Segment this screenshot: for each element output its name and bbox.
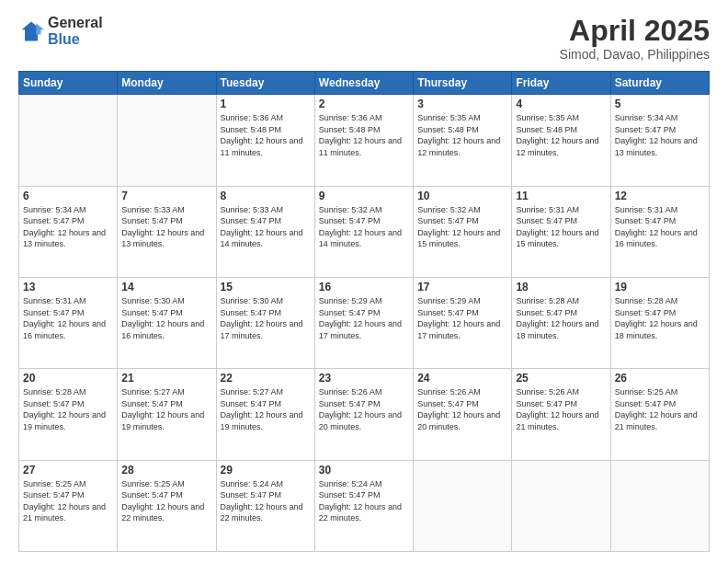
calendar-week-row: 20Sunrise: 5:28 AM Sunset: 5:47 PM Dayli… <box>19 369 710 460</box>
table-row: 10Sunrise: 5:32 AM Sunset: 5:47 PM Dayli… <box>414 186 512 277</box>
table-row: 12Sunrise: 5:31 AM Sunset: 5:47 PM Dayli… <box>610 186 709 277</box>
day-info: Sunrise: 5:25 AM Sunset: 5:47 PM Dayligh… <box>23 478 113 524</box>
table-row: 15Sunrise: 5:30 AM Sunset: 5:47 PM Dayli… <box>216 277 314 368</box>
day-number: 10 <box>417 190 507 202</box>
day-number: 1 <box>221 98 311 110</box>
table-row <box>414 460 512 551</box>
day-info: Sunrise: 5:31 AM Sunset: 5:47 PM Dayligh… <box>516 204 606 250</box>
col-saturday: Saturday <box>610 72 709 95</box>
col-tuesday: Tuesday <box>216 72 314 95</box>
day-number: 6 <box>23 190 113 202</box>
table-row: 24Sunrise: 5:26 AM Sunset: 5:47 PM Dayli… <box>414 369 512 460</box>
day-number: 28 <box>121 464 211 477</box>
day-number: 11 <box>516 190 606 202</box>
day-number: 7 <box>121 190 211 202</box>
table-row <box>118 95 216 186</box>
svg-marker-1 <box>36 23 44 34</box>
table-row: 30Sunrise: 5:24 AM Sunset: 5:47 PM Dayli… <box>314 460 413 551</box>
table-row: 20Sunrise: 5:28 AM Sunset: 5:47 PM Dayli… <box>19 369 118 460</box>
location: Simod, Davao, Philippines <box>560 47 710 62</box>
day-info: Sunrise: 5:33 AM Sunset: 5:47 PM Dayligh… <box>121 204 211 250</box>
table-row: 22Sunrise: 5:27 AM Sunset: 5:47 PM Dayli… <box>216 369 314 460</box>
col-friday: Friday <box>512 72 610 95</box>
day-number: 13 <box>23 281 113 293</box>
day-number: 14 <box>121 281 211 293</box>
day-info: Sunrise: 5:34 AM Sunset: 5:47 PM Dayligh… <box>615 112 705 158</box>
calendar-week-row: 27Sunrise: 5:25 AM Sunset: 5:47 PM Dayli… <box>19 460 710 551</box>
day-number: 24 <box>417 372 507 385</box>
day-number: 25 <box>516 372 606 385</box>
day-info: Sunrise: 5:29 AM Sunset: 5:47 PM Dayligh… <box>319 295 409 341</box>
logo-blue: Blue <box>48 31 103 48</box>
table-row: 17Sunrise: 5:29 AM Sunset: 5:47 PM Dayli… <box>414 277 512 368</box>
day-info: Sunrise: 5:35 AM Sunset: 5:48 PM Dayligh… <box>516 112 606 158</box>
table-row: 9Sunrise: 5:32 AM Sunset: 5:47 PM Daylig… <box>314 186 413 277</box>
day-number: 9 <box>319 190 409 202</box>
day-number: 20 <box>23 372 113 385</box>
day-number: 3 <box>417 98 507 110</box>
day-info: Sunrise: 5:25 AM Sunset: 5:47 PM Dayligh… <box>615 386 705 432</box>
day-info: Sunrise: 5:36 AM Sunset: 5:48 PM Dayligh… <box>319 112 409 158</box>
day-info: Sunrise: 5:28 AM Sunset: 5:47 PM Dayligh… <box>615 295 705 341</box>
day-number: 8 <box>221 190 311 202</box>
day-info: Sunrise: 5:28 AM Sunset: 5:47 PM Dayligh… <box>516 295 606 341</box>
table-row: 27Sunrise: 5:25 AM Sunset: 5:47 PM Dayli… <box>19 460 118 551</box>
day-info: Sunrise: 5:30 AM Sunset: 5:47 PM Dayligh… <box>221 295 311 341</box>
table-row <box>512 460 610 551</box>
day-info: Sunrise: 5:24 AM Sunset: 5:47 PM Dayligh… <box>319 478 409 524</box>
day-info: Sunrise: 5:35 AM Sunset: 5:48 PM Dayligh… <box>417 112 507 158</box>
day-number: 26 <box>615 372 705 385</box>
calendar-header-row: Sunday Monday Tuesday Wednesday Thursday… <box>19 72 710 95</box>
day-info: Sunrise: 5:27 AM Sunset: 5:47 PM Dayligh… <box>221 386 311 432</box>
logo-text: General Blue <box>48 15 103 47</box>
day-info: Sunrise: 5:32 AM Sunset: 5:47 PM Dayligh… <box>319 204 409 250</box>
day-number: 23 <box>319 372 409 385</box>
day-number: 5 <box>615 98 705 110</box>
col-wednesday: Wednesday <box>314 72 413 95</box>
calendar-week-row: 1Sunrise: 5:36 AM Sunset: 5:48 PM Daylig… <box>19 95 710 186</box>
calendar-table: Sunday Monday Tuesday Wednesday Thursday… <box>18 71 710 552</box>
day-info: Sunrise: 5:26 AM Sunset: 5:47 PM Dayligh… <box>417 386 507 432</box>
day-number: 19 <box>615 281 705 293</box>
calendar-week-row: 13Sunrise: 5:31 AM Sunset: 5:47 PM Dayli… <box>19 277 710 368</box>
day-info: Sunrise: 5:31 AM Sunset: 5:47 PM Dayligh… <box>615 204 705 250</box>
day-number: 12 <box>615 190 705 202</box>
col-thursday: Thursday <box>414 72 512 95</box>
table-row: 6Sunrise: 5:34 AM Sunset: 5:47 PM Daylig… <box>19 186 118 277</box>
logo: General Blue <box>18 15 103 47</box>
col-sunday: Sunday <box>19 72 118 95</box>
day-info: Sunrise: 5:27 AM Sunset: 5:47 PM Dayligh… <box>121 386 211 432</box>
title-block: April 2025 Simod, Davao, Philippines <box>560 15 710 62</box>
table-row: 1Sunrise: 5:36 AM Sunset: 5:48 PM Daylig… <box>216 95 314 186</box>
table-row: 28Sunrise: 5:25 AM Sunset: 5:47 PM Dayli… <box>118 460 216 551</box>
day-number: 17 <box>417 281 507 293</box>
day-info: Sunrise: 5:33 AM Sunset: 5:47 PM Dayligh… <box>221 204 311 250</box>
day-number: 21 <box>121 372 211 385</box>
table-row: 26Sunrise: 5:25 AM Sunset: 5:47 PM Dayli… <box>610 369 709 460</box>
table-row: 18Sunrise: 5:28 AM Sunset: 5:47 PM Dayli… <box>512 277 610 368</box>
table-row: 19Sunrise: 5:28 AM Sunset: 5:47 PM Dayli… <box>610 277 709 368</box>
day-number: 29 <box>221 464 311 477</box>
page: General Blue April 2025 Simod, Davao, Ph… <box>0 0 728 563</box>
day-info: Sunrise: 5:34 AM Sunset: 5:47 PM Dayligh… <box>23 204 113 250</box>
day-info: Sunrise: 5:26 AM Sunset: 5:47 PM Dayligh… <box>516 386 606 432</box>
day-number: 4 <box>516 98 606 110</box>
day-number: 16 <box>319 281 409 293</box>
day-info: Sunrise: 5:28 AM Sunset: 5:47 PM Dayligh… <box>23 386 113 432</box>
month-title: April 2025 <box>560 15 710 47</box>
day-number: 22 <box>221 372 311 385</box>
day-info: Sunrise: 5:36 AM Sunset: 5:48 PM Dayligh… <box>221 112 311 158</box>
day-info: Sunrise: 5:25 AM Sunset: 5:47 PM Dayligh… <box>121 478 211 524</box>
table-row: 14Sunrise: 5:30 AM Sunset: 5:47 PM Dayli… <box>118 277 216 368</box>
day-info: Sunrise: 5:30 AM Sunset: 5:47 PM Dayligh… <box>121 295 211 341</box>
table-row: 29Sunrise: 5:24 AM Sunset: 5:47 PM Dayli… <box>216 460 314 551</box>
table-row: 4Sunrise: 5:35 AM Sunset: 5:48 PM Daylig… <box>512 95 610 186</box>
day-number: 27 <box>23 464 113 477</box>
day-number: 30 <box>319 464 409 477</box>
logo-general: General <box>48 15 103 31</box>
table-row <box>610 460 709 551</box>
table-row: 23Sunrise: 5:26 AM Sunset: 5:47 PM Dayli… <box>314 369 413 460</box>
table-row <box>19 95 118 186</box>
table-row: 25Sunrise: 5:26 AM Sunset: 5:47 PM Dayli… <box>512 369 610 460</box>
table-row: 16Sunrise: 5:29 AM Sunset: 5:47 PM Dayli… <box>314 277 413 368</box>
